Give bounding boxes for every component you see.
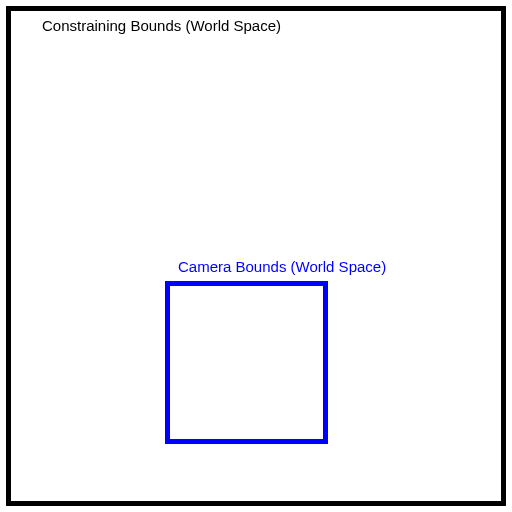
camera-bounds-label: Camera Bounds (World Space) [178, 258, 386, 275]
camera-bounds-box [165, 281, 328, 444]
constraining-bounds-label: Constraining Bounds (World Space) [42, 17, 281, 34]
diagram-stage: Constraining Bounds (World Space) Camera… [0, 0, 512, 512]
